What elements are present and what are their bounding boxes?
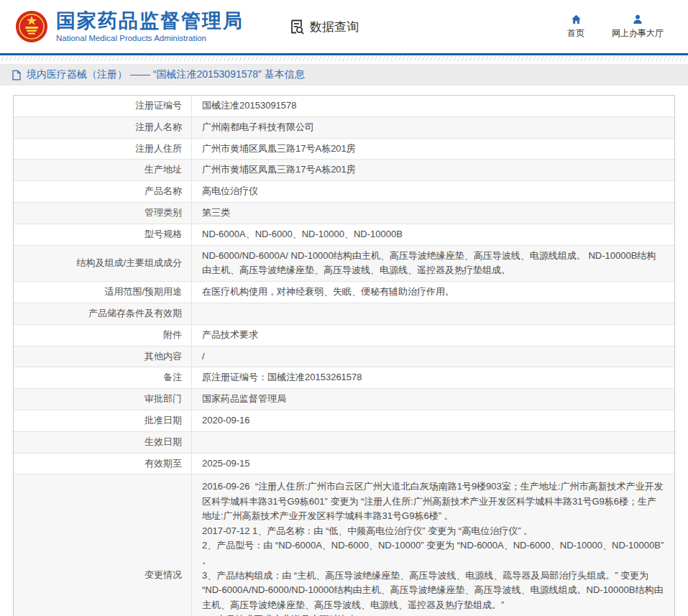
table-row: 管理类别 第三类: [14, 203, 674, 224]
row-label: 结构及组成/主要组成成分: [14, 246, 192, 282]
table-row: 变更情况 2016-09-26 “注册人住所:广州市白云区广州大道北白灰场南路1…: [14, 474, 674, 616]
table-row: 产品储存条件及有效期: [14, 303, 674, 325]
row-value: [192, 303, 674, 324]
row-label: 产品名称: [14, 181, 192, 202]
table-row: 适用范围/预期用途 在医疗机构使用，对神经衰弱、失眠、便秘有辅助治疗作用。: [14, 282, 674, 303]
row-value: /: [192, 346, 674, 367]
row-label: 注册证编号: [14, 96, 192, 116]
row-value: 2025-09-15: [192, 454, 674, 474]
nmpa-logo[interactable]: 国家药品监督管理局 National Medical Products Admi…: [14, 9, 244, 44]
data-query-label: 数据查询: [310, 19, 359, 35]
table-row: 其他内容 /: [14, 346, 674, 368]
row-label: 有效期至: [14, 454, 192, 474]
stripe-decoration: [0, 55, 688, 61]
row-value: [192, 432, 674, 453]
registration-info-table: 注册证编号 国械注准20153091578 注册人名称 广州南都电子科技有限公司…: [13, 95, 675, 616]
row-label: 产品储存条件及有效期: [14, 303, 192, 324]
row-value: 国械注准20153091578: [192, 96, 674, 116]
table-row: 备注 原注册证编号：国械注准20153261578: [14, 367, 674, 389]
table-row: 批准日期 2020-09-16: [14, 410, 674, 432]
table-row: 注册人住所 广州市黄埔区凤凰三路17号A栋201房: [14, 139, 674, 160]
national-emblem-icon: [14, 9, 49, 44]
row-value: 原注册证编号：国械注准20153261578: [192, 367, 674, 388]
table-row: 生产地址 广州市黄埔区凤凰三路17号A栋201房: [14, 160, 674, 181]
user-icon: [632, 14, 643, 25]
org-name-cn: 国家药品监督管理局: [56, 11, 244, 32]
row-value: 产品技术要求: [192, 325, 674, 346]
row-value: 2020-09-16: [192, 410, 674, 431]
page-title: 境内医疗器械（注册） —— “国械注准20153091578” 基本信息: [27, 68, 305, 81]
row-value-change-history: 2016-09-26 “注册人住所:广州市白云区广州大道北白灰场南路1号9楼90…: [192, 474, 674, 616]
nav-home-label: 首页: [567, 27, 584, 40]
row-label: 其他内容: [14, 346, 192, 367]
data-query-icon: [288, 18, 306, 35]
row-label: 管理类别: [14, 203, 192, 224]
row-label: 备注: [14, 367, 192, 388]
row-label: 审批部门: [14, 389, 192, 410]
row-value: 广州市黄埔区凤凰三路17号A栋201房: [192, 139, 674, 160]
nav-item-home[interactable]: 首页: [567, 14, 584, 40]
row-label: 变更情况: [14, 474, 192, 616]
table-row: 审批部门 国家药品监督管理局: [14, 389, 674, 410]
row-value: 高电位治疗仪: [192, 181, 674, 202]
row-value: 在医疗机构使用，对神经衰弱、失眠、便秘有辅助治疗作用。: [192, 282, 674, 303]
row-label: 适用范围/预期用途: [14, 282, 192, 303]
table-row: 型号规格 ND-6000A、ND-6000、ND-10000、ND-10000B: [14, 224, 674, 246]
row-label: 生产地址: [14, 160, 192, 180]
top-nav: 首页 网上办事大厅: [567, 14, 674, 40]
row-label: 注册人住所: [14, 139, 192, 160]
row-label: 批准日期: [14, 410, 192, 431]
row-value: 广州市黄埔区凤凰三路17号A栋201房: [192, 160, 674, 180]
nav-service-hall-label: 网上办事大厅: [612, 27, 664, 40]
home-icon: [570, 14, 582, 25]
row-value: ND-6000/ND-6000A/ ND-10000结构由主机、高压导波绝缘座垫…: [192, 246, 674, 282]
main-content: 注册证编号 国械注准20153091578 注册人名称 广州南都电子科技有限公司…: [0, 86, 688, 616]
table-row: 生效日期: [14, 432, 674, 454]
row-value: 第三类: [192, 203, 674, 224]
table-row: 结构及组成/主要组成成分 ND-6000/ND-6000A/ ND-10000结…: [14, 246, 674, 282]
table-row: 产品名称 高电位治疗仪: [14, 181, 674, 203]
row-value: 国家药品监督管理局: [192, 389, 674, 410]
table-row: 有效期至 2025-09-15: [14, 454, 674, 475]
row-label: 型号规格: [14, 224, 192, 245]
row-value: ND-6000A、ND-6000、ND-10000、ND-10000B: [192, 224, 674, 245]
site-header: 国家药品监督管理局 National Medical Products Admi…: [0, 0, 688, 53]
table-row: 注册证编号 国械注准20153091578: [14, 96, 674, 117]
nav-item-service-hall[interactable]: 网上办事大厅: [612, 14, 664, 40]
table-row: 附件 产品技术要求: [14, 325, 674, 346]
row-label: 附件: [14, 325, 192, 346]
table-row: 注册人名称 广州南都电子科技有限公司: [14, 117, 674, 139]
org-name-en: National Medical Products Administration: [56, 34, 244, 42]
row-value: 广州南都电子科技有限公司: [192, 117, 674, 138]
row-label: 生效日期: [14, 432, 192, 453]
data-query-link[interactable]: 数据查询: [288, 18, 359, 35]
brand-text: 国家药品监督管理局 National Medical Products Admi…: [56, 11, 244, 43]
document-icon: [12, 70, 22, 81]
breadcrumb: 境内医疗器械（注册） —— “国械注准20153091578” 基本信息: [0, 64, 688, 86]
row-label: 注册人名称: [14, 117, 192, 138]
